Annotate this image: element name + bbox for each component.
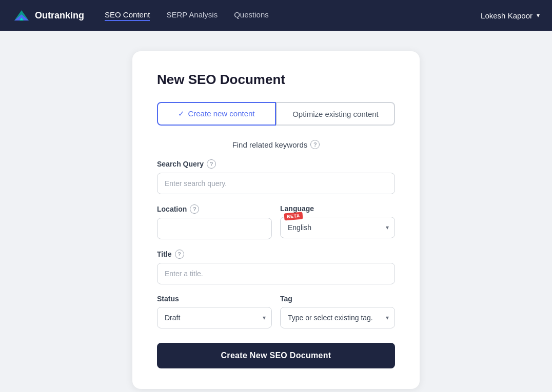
location-language-row: Location ? United States Language BETA E… (157, 204, 395, 239)
location-group: Location ? United States (157, 204, 272, 239)
new-seo-document-card: New SEO Document ✓Create new content Opt… (132, 51, 420, 389)
nav-link-seo-content[interactable]: SEO Content (105, 10, 150, 21)
main-content: New SEO Document ✓Create new content Opt… (0, 31, 552, 392)
title-group: Title ? (157, 250, 395, 284)
tag-group: Tag Type or select existing tag. ▾ (280, 295, 395, 328)
check-icon: ✓ (178, 109, 185, 118)
find-keywords-help-icon[interactable]: ? (310, 140, 320, 149)
language-select[interactable]: English Spanish French German (280, 217, 395, 238)
status-group: Status Draft Published Archived ▾ (157, 295, 272, 328)
location-help-icon[interactable]: ? (190, 204, 199, 214)
title-label: Title ? (157, 250, 395, 259)
tag-select[interactable]: Type or select existing tag. (280, 307, 395, 328)
logo-area[interactable]: Outranking (12, 6, 84, 25)
find-keywords-row: Find related keywords ? (157, 140, 395, 149)
language-group: Language BETA English Spanish French Ger… (280, 204, 395, 239)
status-label: Status (157, 295, 272, 303)
language-select-wrapper: BETA English Spanish French German ▾ (280, 217, 395, 238)
tag-label: Tag (280, 295, 395, 303)
status-select[interactable]: Draft Published Archived (157, 307, 272, 328)
find-keywords-label: Find related keywords (232, 140, 308, 149)
user-name: Lokesh Kapoor (481, 11, 533, 20)
nav-link-serp-analysis[interactable]: SERP Analysis (166, 10, 218, 21)
title-input[interactable] (157, 263, 395, 284)
status-select-wrapper: Draft Published Archived ▾ (157, 307, 272, 328)
nav-links: SEO Content SERP Analysis Questions (105, 10, 269, 21)
toggle-create-new[interactable]: ✓Create new content (157, 102, 276, 126)
user-menu[interactable]: Lokesh Kapoor ▾ (481, 11, 540, 20)
logo-icon (12, 6, 31, 25)
create-seo-document-button[interactable]: Create New SEO Document (157, 343, 395, 368)
card-title: New SEO Document (157, 72, 395, 88)
nav-link-questions[interactable]: Questions (234, 10, 269, 21)
location-input[interactable]: United States (157, 218, 272, 239)
user-menu-chevron-icon: ▾ (537, 12, 540, 19)
search-query-help-icon[interactable]: ? (207, 159, 216, 169)
toggle-group: ✓Create new content Optimize existing co… (157, 102, 395, 126)
navbar-left: Outranking SEO Content SERP Analysis Que… (12, 6, 269, 25)
title-help-icon[interactable]: ? (175, 250, 184, 259)
language-label: Language (280, 204, 395, 213)
tag-select-wrapper: Type or select existing tag. ▾ (280, 307, 395, 328)
search-query-label: Search Query ? (157, 159, 395, 169)
logo-text: Outranking (35, 10, 84, 21)
location-label: Location ? (157, 204, 272, 214)
status-tag-row: Status Draft Published Archived ▾ Tag Ty… (157, 295, 395, 328)
search-input[interactable] (157, 173, 395, 194)
search-query-group: Search Query ? (157, 159, 395, 194)
navbar: Outranking SEO Content SERP Analysis Que… (0, 0, 552, 31)
toggle-optimize-existing[interactable]: Optimize existing content (276, 102, 395, 126)
